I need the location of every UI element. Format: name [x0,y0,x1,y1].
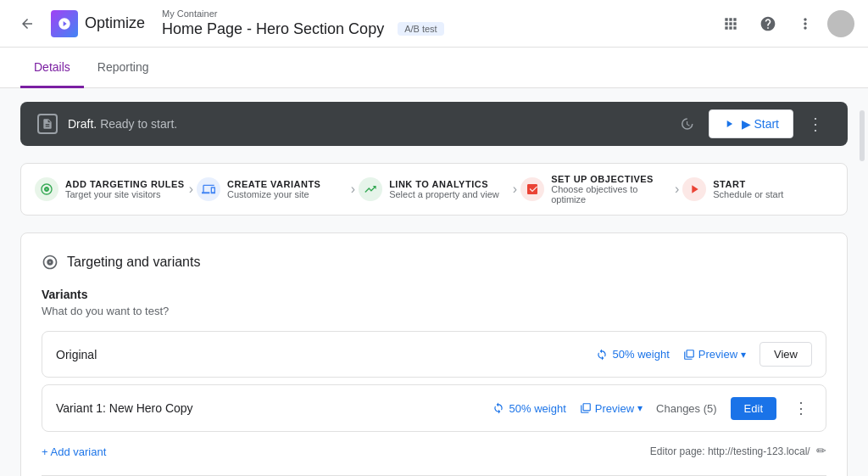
chevron-2: › [351,182,355,197]
targeting-icon [35,177,58,201]
nav-right [715,8,854,39]
experiment-title: Home Page - Hero Section Copy [162,20,384,38]
chevron-4: › [675,182,679,197]
start-step-icon [682,177,706,201]
container-info: My Container Home Page - Hero Section Co… [162,8,444,37]
step-variants-text: CREATE VARIANTS Customize your site [227,179,320,199]
ab-badge: A/B test [398,22,444,36]
logo-icon [51,10,78,37]
variant-row-1: Variant 1: New Hero Copy 50% weight Prev… [42,384,826,432]
tab-details[interactable]: Details [20,48,84,88]
edit-button-1[interactable]: Edit [731,397,776,420]
changes-badge-1: Changes (5) [656,402,717,415]
history-icon-button[interactable] [671,109,702,139]
editor-page-info: Editor page: http://testing-123.local/ ✏ [650,444,826,457]
apps-icon-button[interactable] [715,8,746,39]
help-icon-button[interactable] [753,8,783,39]
back-button[interactable] [14,10,41,37]
app-logo: Optimize [51,10,145,37]
step-start: START Schedule or start [682,177,833,201]
app-title: Optimize [85,14,145,32]
weight-badge-1: 50% weight [492,402,566,415]
analytics-icon [359,177,382,201]
card-title: Targeting and variants [42,254,826,271]
preview-chevron-original: ▾ [741,349,746,361]
more-icon-button[interactable] [790,8,821,39]
variant-controls-1: 50% weight Preview ▾ Changes (5) Edit ⋮ [492,395,812,421]
variants-icon [197,177,220,201]
objectives-icon [520,177,544,201]
step-start-text: START Schedule or start [713,179,783,199]
steps-bar: ADD TARGETING RULES Target your site vis… [20,163,848,216]
variant-name-original: Original [56,348,596,361]
start-button[interactable]: ▶ Start [709,109,793,138]
nav-left: Optimize My Container Home Page - Hero S… [14,8,444,37]
step-analytics-text: LINK TO ANALYTICS Select a property and … [389,179,499,199]
step-objectives-text: SET UP OBJECTIVES Choose objectives to o… [551,174,671,204]
preview-chevron-1: ▾ [637,402,643,414]
status-left: Draft. Ready to start. [37,114,177,134]
step-analytics: LINK TO ANALYTICS Select a property and … [359,177,509,201]
status-text: Draft. Ready to start. [68,117,177,131]
chevron-3: › [513,182,517,197]
variant-controls-original: 50% weight Preview ▾ View [596,342,812,367]
variants-section-title: Variants [42,288,826,301]
step-targeting: ADD TARGETING RULES Target your site vis… [35,177,186,201]
step-objectives: SET UP OBJECTIVES Choose objectives to o… [520,174,671,204]
status-icon [37,114,58,134]
step-variants: CREATE VARIANTS Customize your site [197,177,348,201]
chevron-1: › [189,182,193,197]
container-label: My Container [162,8,444,20]
top-nav: Optimize My Container Home Page - Hero S… [0,0,868,48]
variant-row-original: Original 50% weight Preview ▾ View [42,331,826,378]
variants-section: Variants What do you want to test? Origi… [42,288,826,458]
tabs-bar: Details Reporting [0,48,868,88]
variants-section-subtitle: What do you want to test? [42,305,826,317]
editor-page-edit-icon[interactable]: ✏ [816,444,826,457]
step-targeting-text: ADD TARGETING RULES Target your site vis… [65,179,185,199]
variant-more-button[interactable]: ⋮ [790,395,812,421]
status-bar: Draft. Ready to start. ▶ Start ⋮ [20,102,848,146]
preview-button-1[interactable]: Preview ▾ [580,402,643,415]
add-variant-button[interactable]: + Add variant [42,445,106,458]
main-content: Draft. Ready to start. ▶ Start ⋮ ADD TAR… [0,88,868,476]
variant-name-1: Variant 1: New Hero Copy [56,401,492,415]
weight-badge-original: 50% weight [596,348,670,361]
user-avatar[interactable] [827,10,854,37]
view-button-original[interactable]: View [760,342,812,367]
status-more-button[interactable]: ⋮ [800,110,831,137]
targeting-variants-card: Targeting and variants Variants What do … [20,232,848,476]
tab-reporting[interactable]: Reporting [84,48,163,88]
scrollbar-track[interactable] [860,110,865,161]
status-right: ▶ Start ⋮ [671,109,831,139]
preview-button-original[interactable]: Preview ▾ [683,348,746,361]
